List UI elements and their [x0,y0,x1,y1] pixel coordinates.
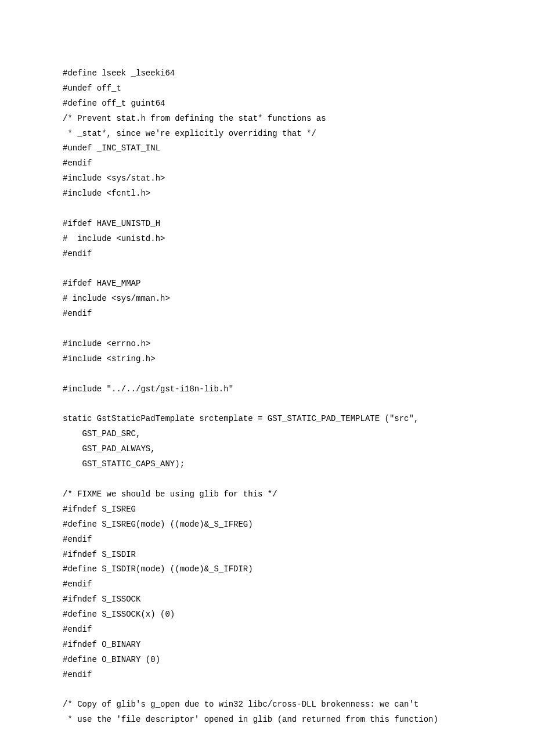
code-line: #include <sys/stat.h> [63,171,534,186]
code-line: #ifndef S_ISDIR [63,548,534,563]
blank-line [63,397,534,412]
code-line: #include "../../gst/gst-i18n-lib.h" [63,382,534,397]
code-line: GST_PAD_ALWAYS, [63,442,534,457]
code-line: #define lseek _lseeki64 [63,66,534,81]
code-line: #define S_ISSOCK(x) (0) [63,607,534,622]
code-block: #define lseek _lseeki64#undef off_t#defi… [63,66,534,728]
code-line: /* FIXME we should be using glib for thi… [63,487,534,502]
code-line: #include <string.h> [63,352,534,367]
code-line: /* Prevent stat.h from defining the stat… [63,111,534,127]
code-line: # include <sys/mman.h> [63,291,534,307]
code-line: #endif [63,307,534,322]
code-line: #endif [63,247,534,262]
code-line: #ifdef HAVE_MMAP [63,276,534,291]
code-line: #include <errno.h> [63,337,534,352]
code-line: #define S_ISDIR(mode) ((mode)&_S_IFDIR) [63,562,534,577]
code-line: * _stat*, since we're explicitly overrid… [63,127,534,142]
code-line: #ifndef O_BINARY [63,638,534,653]
code-line: #undef _INC_STAT_INL [63,141,534,156]
code-line: * use the 'file descriptor' opened in gl… [63,712,534,728]
code-line: /* Copy of glib's g_open due to win32 li… [63,697,534,712]
code-line: #endif [63,577,534,592]
code-line: #define O_BINARY (0) [63,653,534,668]
code-line: #endif [63,532,534,548]
code-line: #define S_ISREG(mode) ((mode)&_S_IFREG) [63,517,534,532]
code-document-page: #define lseek _lseeki64#undef off_t#defi… [0,0,534,728]
code-line: GST_STATIC_CAPS_ANY); [63,457,534,472]
code-line: #include <fcntl.h> [63,186,534,201]
code-line: static GstStaticPadTemplate srctemplate … [63,412,534,427]
blank-line [63,472,534,487]
code-line: #ifndef S_ISSOCK [63,592,534,607]
code-line: # include <unistd.h> [63,232,534,247]
code-line: #ifndef S_ISREG [63,502,534,517]
code-line: #endif [63,622,534,638]
blank-line [63,367,534,382]
code-line: #endif [63,668,534,683]
code-line: #ifdef HAVE_UNISTD_H [63,217,534,232]
code-line: #endif [63,156,534,171]
blank-line [63,262,534,277]
blank-line [63,683,534,698]
code-line: #define off_t guint64 [63,96,534,111]
code-line: GST_PAD_SRC, [63,427,534,442]
blank-line [63,201,534,217]
code-line: #undef off_t [63,81,534,96]
blank-line [63,322,534,337]
